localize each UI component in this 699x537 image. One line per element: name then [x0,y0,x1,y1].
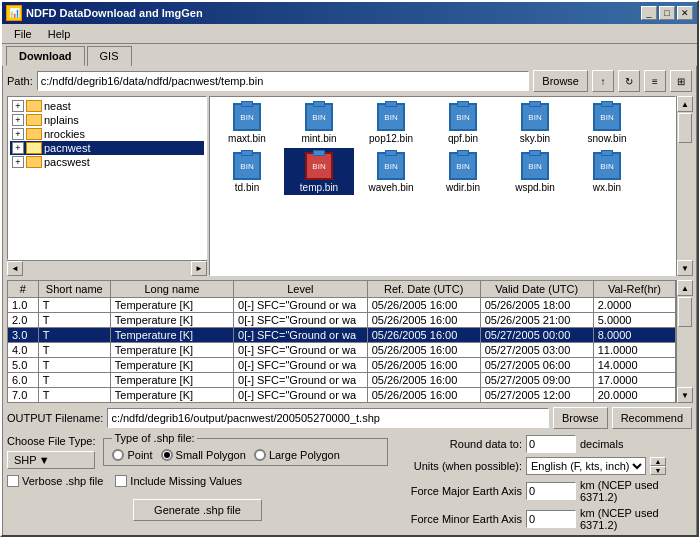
table-row[interactable]: 1.0 T Temperature [K] 0[-] SFC="Ground o… [8,298,676,313]
radio-point[interactable]: Point [112,449,152,461]
table-row[interactable]: 4.0 T Temperature [K] 0[-] SFC="Ground o… [8,343,676,358]
force-minor-input[interactable] [526,510,576,528]
cell-num: 1.0 [8,298,39,313]
radio-large-polygon-btn[interactable] [254,449,266,461]
file-wx[interactable]: BIN wx.bin [572,148,642,195]
generate-button[interactable]: Generate .shp file [133,499,262,521]
recommend-button[interactable]: Recommend [612,407,692,429]
file-mint[interactable]: BIN mint.bin [284,99,354,146]
cell-valref: 5.0000 [593,313,675,328]
cell-valid: 05/27/2005 09:00 [480,373,593,388]
tree-item-neast[interactable]: + neast [10,99,204,113]
expand-icon[interactable]: + [12,142,24,154]
path-input[interactable] [37,71,530,91]
col-num[interactable]: # [8,281,39,298]
spin-down-btn[interactable]: ▼ [650,466,666,475]
col-short[interactable]: Short name [38,281,110,298]
col-ref-date[interactable]: Ref. Date (UTC) [367,281,480,298]
tree-item-nplains[interactable]: + nplains [10,113,204,127]
scroll-down-btn[interactable]: ▼ [677,260,693,276]
file-name: td.bin [235,182,259,193]
file-wdir[interactable]: BIN wdir.bin [428,148,498,195]
expand-icon[interactable]: + [12,100,24,112]
radio-small-polygon-btn[interactable] [161,449,173,461]
nav-up-icon[interactable]: ↑ [592,70,614,92]
cell-short: T [38,313,110,328]
minimize-button[interactable]: _ [641,6,657,20]
scroll-left-btn[interactable]: ◄ [7,261,23,276]
tab-gis[interactable]: GIS [87,46,132,66]
verbose-checkbox-item[interactable]: Verbose .shp file [7,475,103,487]
refresh-icon[interactable]: ↻ [618,70,640,92]
menu-help[interactable]: Help [40,26,79,42]
force-minor-row: Force Minor Earth Axis km (NCEP used 637… [392,507,692,531]
scroll-right-btn[interactable]: ► [191,261,207,276]
bin-icon: BIN [377,152,405,180]
scroll-thumb[interactable] [678,297,692,327]
cell-valid: 05/27/2005 06:00 [480,358,593,373]
scroll-thumb[interactable] [678,113,692,143]
table-row[interactable]: 3.0 T Temperature [K] 0[-] SFC="Ground o… [8,328,676,343]
tree-label: nplains [44,114,79,126]
col-val-ref[interactable]: Val-Ref(hr) [593,281,675,298]
radio-large-polygon[interactable]: Large Polygon [254,449,340,461]
tree-item-pacnwest[interactable]: + pacnwest [10,141,204,155]
tree-item-nrockies[interactable]: + nrockies [10,127,204,141]
cell-valid: 05/26/2005 21:00 [480,313,593,328]
file-temp[interactable]: BIN temp.bin [284,148,354,195]
file-qpf[interactable]: BIN qpf.bin [428,99,498,146]
table-scroll-down[interactable]: ▼ [677,387,693,403]
table-row[interactable]: 6.0 T Temperature [K] 0[-] SFC="Ground o… [8,373,676,388]
file-pop12[interactable]: BIN pop12.bin [356,99,426,146]
file-vscrollbar: ▲ ▼ [676,96,692,276]
units-spinner: ▲ ▼ [650,457,666,475]
right-panel: Round data to: decimals Units (when poss… [392,435,692,533]
include-missing-checkbox-item[interactable]: Include Missing Values [115,475,242,487]
browse-path-button[interactable]: Browse [533,70,588,92]
close-button[interactable]: ✕ [677,6,693,20]
col-level[interactable]: Level [234,281,368,298]
bin-icon: BIN [449,103,477,131]
col-long[interactable]: Long name [110,281,233,298]
file-sky[interactable]: BIN sky.bin [500,99,570,146]
table-row[interactable]: 7.0 T Temperature [K] 0[-] SFC="Ground o… [8,388,676,403]
col-valid-date[interactable]: Valid Date (UTC) [480,281,593,298]
view-icon[interactable]: ≡ [644,70,666,92]
spin-up-btn[interactable]: ▲ [650,457,666,466]
units-select[interactable]: English (F, kts, inch) [526,457,646,475]
radio-point-btn[interactable] [112,449,124,461]
scroll-track [677,112,692,260]
shp-type-button[interactable]: SHP ▼ [7,451,95,469]
expand-icon[interactable]: + [12,128,24,140]
include-missing-checkbox[interactable] [115,475,127,487]
browse-output-button[interactable]: Browse [553,407,608,429]
grid-icon[interactable]: ⊞ [670,70,692,92]
tree-label: neast [44,100,71,112]
table-row[interactable]: 5.0 T Temperature [K] 0[-] SFC="Ground o… [8,358,676,373]
file-waveh[interactable]: BIN waveh.bin [356,148,426,195]
maximize-button[interactable]: □ [659,6,675,20]
file-browser: + neast + nplains + nrockies [7,96,692,276]
force-major-label: Force Major Earth Axis [392,485,522,497]
output-input[interactable] [107,408,549,428]
file-maxt[interactable]: BIN maxt.bin [212,99,282,146]
round-data-input[interactable] [526,435,576,453]
file-td[interactable]: BIN td.bin [212,148,282,195]
tree-item-pacswest[interactable]: + pacswest [10,155,204,169]
expand-icon[interactable]: + [12,114,24,126]
scroll-up-btn[interactable]: ▲ [677,96,693,112]
verbose-checkbox[interactable] [7,475,19,487]
radio-small-polygon[interactable]: Small Polygon [161,449,246,461]
file-snow[interactable]: BIN snow.bin [572,99,642,146]
force-major-input[interactable] [526,482,576,500]
cell-level: 0[-] SFC="Ground or wa [234,343,368,358]
bin-icon: BIN [593,152,621,180]
main-window: 📊 NDFD DataDownload and ImgGen _ □ ✕ Fil… [0,0,699,537]
file-wspd[interactable]: BIN wspd.bin [500,148,570,195]
table-scroll-up[interactable]: ▲ [677,280,693,296]
cell-valref: 11.0000 [593,343,675,358]
table-row[interactable]: 2.0 T Temperature [K] 0[-] SFC="Ground o… [8,313,676,328]
menu-file[interactable]: File [6,26,40,42]
expand-icon[interactable]: + [12,156,24,168]
tab-download[interactable]: Download [6,46,85,66]
